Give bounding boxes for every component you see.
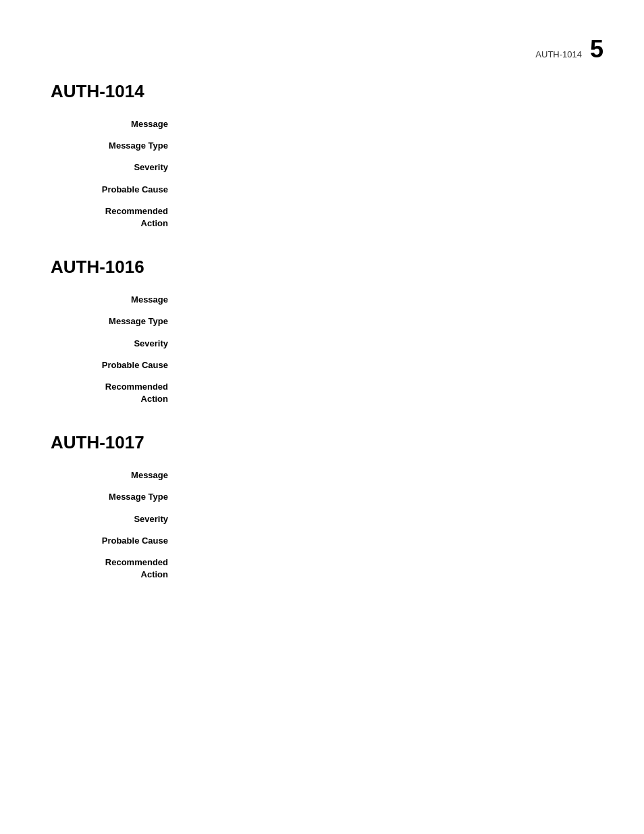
field-label-recommended-action-2: RecommendedAction — [51, 381, 179, 405]
field-label-message-type-2: Message Type — [51, 315, 179, 328]
field-value-message-2 — [179, 294, 590, 306]
field-value-message-type-1 — [179, 140, 590, 152]
field-value-probable-cause-2 — [179, 359, 590, 371]
header-code: AUTH-1014 — [535, 49, 582, 59]
field-value-recommended-action-2 — [179, 381, 590, 405]
header-page-number: 5 — [590, 35, 603, 63]
field-value-message-3 — [179, 469, 590, 481]
field-label-probable-cause-3: Probable Cause — [51, 535, 179, 547]
main-content: AUTH-1014 Message Message Type Severity … — [0, 0, 644, 581]
field-value-message-1 — [179, 118, 590, 130]
field-label-severity-2: Severity — [51, 338, 179, 350]
field-row-probable-cause-2: Probable Cause — [51, 359, 590, 371]
field-label-recommended-action-1: RecommendedAction — [51, 205, 179, 230]
field-value-recommended-action-1 — [179, 205, 590, 230]
section-auth-1017: AUTH-1017 Message Message Type Severity … — [51, 432, 590, 581]
field-label-message-type-1: Message Type — [51, 140, 179, 152]
section-title-auth-1017: AUTH-1017 — [51, 432, 590, 453]
field-label-severity-1: Severity — [51, 161, 179, 174]
field-row-message-2: Message — [51, 294, 590, 306]
section-auth-1016: AUTH-1016 Message Message Type Severity … — [51, 257, 590, 405]
field-value-severity-3 — [179, 513, 590, 525]
section-title-auth-1016: AUTH-1016 — [51, 257, 590, 278]
page-header: AUTH-1014 5 — [535, 35, 603, 63]
field-row-message-1: Message — [51, 118, 590, 130]
field-value-probable-cause-3 — [179, 535, 590, 547]
field-row-message-type-3: Message Type — [51, 491, 590, 503]
field-label-probable-cause-2: Probable Cause — [51, 359, 179, 371]
field-row-probable-cause-3: Probable Cause — [51, 535, 590, 547]
field-label-message-type-3: Message Type — [51, 491, 179, 503]
field-value-recommended-action-3 — [179, 556, 590, 581]
field-row-severity-1: Severity — [51, 161, 590, 174]
field-row-recommended-action-3: RecommendedAction — [51, 556, 590, 581]
field-row-probable-cause-1: Probable Cause — [51, 184, 590, 196]
field-row-recommended-action-2: RecommendedAction — [51, 381, 590, 405]
field-row-message-type-2: Message Type — [51, 315, 590, 328]
field-value-probable-cause-1 — [179, 184, 590, 196]
field-row-message-type-1: Message Type — [51, 140, 590, 152]
section-auth-1014: AUTH-1014 Message Message Type Severity … — [51, 81, 590, 230]
field-label-recommended-action-3: RecommendedAction — [51, 556, 179, 581]
field-row-severity-2: Severity — [51, 338, 590, 350]
field-label-severity-3: Severity — [51, 513, 179, 525]
field-label-probable-cause-1: Probable Cause — [51, 184, 179, 196]
section-title-auth-1014: AUTH-1014 — [51, 81, 590, 102]
field-label-message-3: Message — [51, 469, 179, 481]
field-value-severity-2 — [179, 338, 590, 350]
field-value-severity-1 — [179, 161, 590, 174]
field-value-message-type-2 — [179, 315, 590, 328]
field-value-message-type-3 — [179, 491, 590, 503]
field-row-message-3: Message — [51, 469, 590, 481]
field-row-recommended-action-1: RecommendedAction — [51, 205, 590, 230]
field-label-message-2: Message — [51, 294, 179, 306]
field-row-severity-3: Severity — [51, 513, 590, 525]
field-label-message-1: Message — [51, 118, 179, 130]
